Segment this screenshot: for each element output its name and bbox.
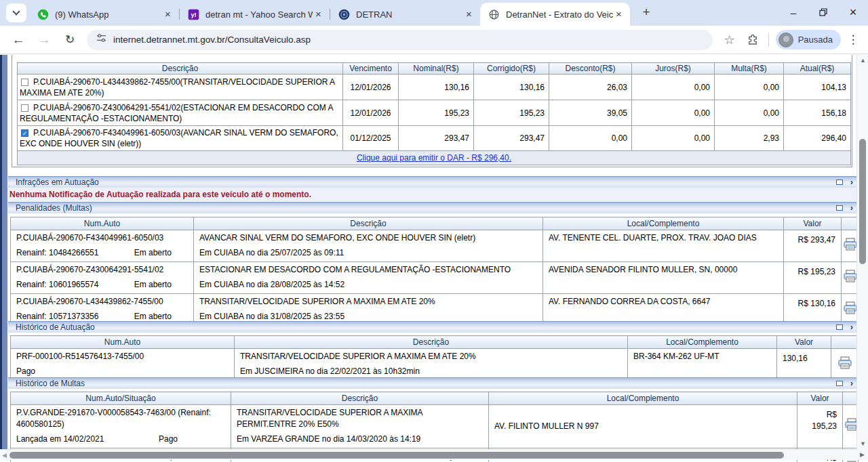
num-auto: P.V.GRANDE-291670-V000058543-7463/00 (Re…: [16, 407, 225, 430]
col-multa: Multa(R$): [715, 63, 784, 75]
debitos-table: Descrição Vencimento Nominal(R$) Corrigi…: [17, 62, 851, 165]
expand-chevron-icon[interactable]: ›: [850, 322, 853, 333]
close-icon[interactable]: ×: [613, 9, 625, 20]
close-icon[interactable]: ×: [463, 9, 475, 20]
col-descricao: Descrição: [235, 336, 628, 349]
section-infracoes-autuacao[interactable]: Infrações em Autuação ›: [8, 176, 859, 188]
col-atual: Atual(R$): [784, 63, 851, 75]
num-auto: PRF-000100-R514576413-7455/00: [16, 351, 229, 362]
vertical-scrollbar[interactable]: ▲ ▼: [856, 55, 868, 449]
whatsapp-icon: [37, 9, 49, 20]
scroll-up-icon[interactable]: ▲: [857, 57, 868, 64]
debito-nominal: 195,23: [399, 100, 474, 126]
bookmark-star-icon[interactable]: ☆: [719, 30, 740, 50]
debitos-header-row: Descrição Vencimento Nominal(R$) Corrigi…: [18, 63, 851, 75]
tab-whatsapp[interactable]: (9) WhatsApp ×: [29, 3, 179, 26]
debito-row: P.CUIABÁ-290670-L434439862-7455/00(TRANS…: [18, 75, 851, 100]
avatar: [778, 33, 793, 47]
penalidades-table: Num.Auto Descrição Local/Complemento Val…: [10, 217, 859, 326]
col-num-auto: Num.Auto: [11, 336, 235, 349]
debito-atual: 156,18: [784, 100, 851, 126]
tab-yahoo-search[interactable]: y! detran mt - Yahoo Search Web ×: [180, 3, 330, 26]
num-auto: P.CUIABÁ-290670-F434049961-6050/03: [16, 232, 188, 244]
print-button[interactable]: [831, 349, 859, 381]
situacao: Em aberto: [134, 247, 172, 259]
section-historico-autuacao[interactable]: Histórico de Autuação ›: [8, 321, 859, 333]
section-penalidades-multas[interactable]: Penalidades (Multas) ›: [8, 202, 859, 213]
print-button[interactable]: [842, 230, 859, 262]
debito-atual: 104,13: [784, 75, 851, 100]
tab-title: DetranNet - Extrato do Veiculo: [506, 9, 613, 20]
reload-button[interactable]: ↻: [59, 29, 81, 51]
renainf: Renainf: 10601965574: [16, 279, 98, 291]
close-icon[interactable]: ×: [162, 9, 174, 20]
maximize-section-icon[interactable]: [836, 205, 843, 211]
col-num-auto: Num.Auto: [11, 217, 194, 230]
scroll-down-icon[interactable]: ▼: [857, 440, 868, 447]
local-complemento: AVENIDA SENADOR FILINTO MULLER, SN, 0000…: [543, 262, 784, 294]
expand-chevron-icon[interactable]: ›: [850, 378, 853, 389]
debito-desconto: 26,03: [549, 75, 632, 100]
hist-autuacao-header-row: Num.Auto Descrição Local/Complemento Val…: [11, 336, 859, 349]
debito-nominal: 293,47: [399, 126, 474, 151]
hist-multa-row: P.V.GRANDE-291670-V000058543-7463/00 (Re…: [11, 405, 859, 448]
debitos-container: Descrição Vencimento Nominal(R$) Corrigi…: [12, 55, 852, 167]
col-desconto: Desconto(R$): [549, 63, 632, 75]
restore-button[interactable]: [808, 0, 838, 24]
debito-vencimento: 12/01/2026: [343, 75, 399, 100]
debito-multa: 2,93: [715, 126, 784, 151]
tab-title: (9) WhatsApp: [55, 9, 162, 20]
penalidade-row: P.CUIABÁ-290670-Z430064291-5541/02 Renai…: [11, 262, 859, 294]
expand-chevron-icon[interactable]: ›: [850, 177, 853, 188]
tab-search-button[interactable]: [6, 3, 26, 22]
debito-juros: 0,00: [632, 75, 715, 100]
site-settings-icon[interactable]: [96, 33, 106, 46]
scroll-right-icon[interactable]: ▶: [856, 449, 868, 460]
back-button[interactable]: ←: [7, 29, 29, 51]
maximize-section-icon[interactable]: [836, 381, 843, 386]
browser-menu-button[interactable]: ⋮: [844, 33, 863, 47]
scroll-left-icon[interactable]: ◀: [2, 452, 7, 459]
debit-checkbox[interactable]: [21, 79, 28, 86]
emit-dar-link[interactable]: Clique aqui para emitir o DAR - R$ 296,4…: [357, 153, 511, 163]
debito-juros: 0,00: [632, 126, 715, 151]
local-data: Em CUIABA no dia 25/07/2025 às 09:11: [199, 247, 344, 259]
tab-title: DETRAN: [356, 9, 463, 20]
col-local: Local/Complemento: [543, 217, 784, 230]
section-title: Infrações em Autuação: [16, 177, 99, 187]
tab-detran[interactable]: DETRAN ×: [330, 3, 480, 26]
col-local: Local/Complemento: [628, 336, 777, 349]
maximize-section-icon[interactable]: [836, 324, 843, 330]
expand-chevron-icon[interactable]: ›: [850, 203, 853, 213]
printer-icon: [837, 356, 852, 370]
tab-title: detran mt - Yahoo Search Web: [205, 9, 313, 20]
new-tab-button[interactable]: +: [637, 3, 656, 22]
section-historico-multas[interactable]: Histórico de Multas ›: [8, 377, 859, 389]
horizontal-scroll-thumb[interactable]: [9, 452, 784, 459]
local-complemento: AV. TENENTE CEL. DUARTE, PROX. TRAV. JOA…: [543, 230, 784, 262]
debito-juros: 0,00: [632, 100, 715, 126]
horizontal-scrollbar[interactable]: ◀: [0, 449, 856, 460]
local-data: Em VARZEA GRANDE no dia 14/03/2020 às 14…: [237, 434, 420, 445]
maximize-section-icon[interactable]: [836, 180, 843, 185]
toolbar-divider: [768, 33, 769, 47]
extensions-icon[interactable]: [743, 30, 763, 50]
tab-strip: (9) WhatsApp × y! detran mt - Yahoo Sear…: [0, 0, 868, 26]
tab-detrannet-active[interactable]: DetranNet - Extrato do Veiculo ×: [480, 3, 630, 26]
local-complemento: AV. FILINTO MULLER N 997: [489, 405, 797, 448]
profile-sync-pill[interactable]: Pausada: [776, 30, 841, 49]
minimize-button[interactable]: –: [778, 0, 808, 24]
forward-button[interactable]: →: [33, 29, 55, 51]
valor: 130,16: [777, 349, 831, 381]
print-button[interactable]: [842, 262, 859, 294]
address-bar[interactable]: internet.detrannet.mt.gov.br/ConsultaVei…: [87, 30, 713, 50]
close-window-button[interactable]: ×: [838, 0, 868, 24]
debit-checkbox[interactable]: [21, 104, 28, 112]
debito-desconto: 39,05: [549, 100, 632, 126]
url-text: internet.detrannet.mt.gov.br/ConsultaVei…: [113, 35, 311, 45]
debit-checkbox-checked[interactable]: ✓: [21, 129, 28, 137]
vertical-scroll-thumb[interactable]: [859, 139, 866, 264]
descricao: TRANSITAR/VELOCIDADE SUPERIOR A MAXIMA P…: [237, 407, 483, 430]
col-nominal: Nominal(R$): [399, 63, 474, 75]
close-icon[interactable]: ×: [313, 9, 324, 20]
